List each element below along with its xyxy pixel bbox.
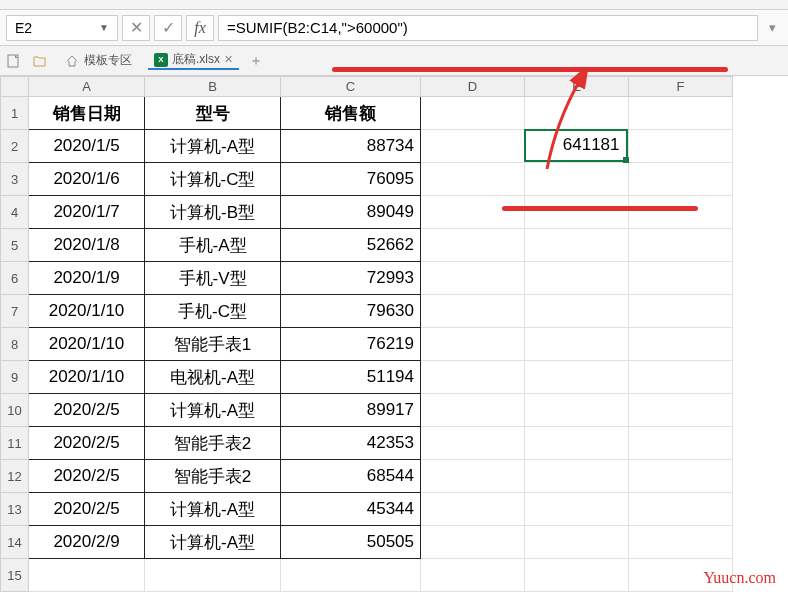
cell-F11[interactable] [629, 427, 733, 460]
cell-D14[interactable] [421, 526, 525, 559]
cell-A4[interactable]: 2020/1/7 [29, 196, 145, 229]
cancel-button[interactable]: ✕ [122, 15, 150, 41]
row-header-8[interactable]: 8 [1, 328, 29, 361]
cell-A10[interactable]: 2020/2/5 [29, 394, 145, 427]
cell-F14[interactable] [629, 526, 733, 559]
cell-F7[interactable] [629, 295, 733, 328]
cell-B14[interactable]: 计算机-A型 [145, 526, 281, 559]
cell-F4[interactable] [629, 196, 733, 229]
row-header-2[interactable]: 2 [1, 130, 29, 163]
cell-C11[interactable]: 42353 [281, 427, 421, 460]
row-header-13[interactable]: 13 [1, 493, 29, 526]
cell-A8[interactable]: 2020/1/10 [29, 328, 145, 361]
cell-E10[interactable] [525, 394, 629, 427]
cell-E1[interactable] [525, 97, 629, 130]
row-header-12[interactable]: 12 [1, 460, 29, 493]
cell-D5[interactable] [421, 229, 525, 262]
cell-A12[interactable]: 2020/2/5 [29, 460, 145, 493]
cell-C9[interactable]: 51194 [281, 361, 421, 394]
cell-C6[interactable]: 72993 [281, 262, 421, 295]
cell-C2[interactable]: 88734 [281, 130, 421, 163]
cell-D6[interactable] [421, 262, 525, 295]
cell-F10[interactable] [629, 394, 733, 427]
cell-D1[interactable] [421, 97, 525, 130]
active-cell[interactable]: 641181 [524, 129, 628, 162]
cell-C5[interactable]: 52662 [281, 229, 421, 262]
cell-C1[interactable]: 销售额 [281, 97, 421, 130]
cell-E3[interactable] [525, 163, 629, 196]
col-header-F[interactable]: F [629, 77, 733, 97]
row-header-11[interactable]: 11 [1, 427, 29, 460]
col-header-C[interactable]: C [281, 77, 421, 97]
cell-D7[interactable] [421, 295, 525, 328]
cell-E7[interactable] [525, 295, 629, 328]
row-header-9[interactable]: 9 [1, 361, 29, 394]
cell-A3[interactable]: 2020/1/6 [29, 163, 145, 196]
cell-F9[interactable] [629, 361, 733, 394]
confirm-button[interactable]: ✓ [154, 15, 182, 41]
cell-F5[interactable] [629, 229, 733, 262]
cell-E15[interactable] [525, 559, 629, 592]
col-header-A[interactable]: A [29, 77, 145, 97]
cell-B13[interactable]: 计算机-A型 [145, 493, 281, 526]
cell-D15[interactable] [421, 559, 525, 592]
cell-C8[interactable]: 76219 [281, 328, 421, 361]
cell-B10[interactable]: 计算机-A型 [145, 394, 281, 427]
col-header-B[interactable]: B [145, 77, 281, 97]
cell-E13[interactable] [525, 493, 629, 526]
row-header-5[interactable]: 5 [1, 229, 29, 262]
cell-A7[interactable]: 2020/1/10 [29, 295, 145, 328]
cell-C13[interactable]: 45344 [281, 493, 421, 526]
row-header-4[interactable]: 4 [1, 196, 29, 229]
cell-A15[interactable] [29, 559, 145, 592]
cell-A2[interactable]: 2020/1/5 [29, 130, 145, 163]
cell-B9[interactable]: 电视机-A型 [145, 361, 281, 394]
row-header-14[interactable]: 14 [1, 526, 29, 559]
dropdown-icon[interactable]: ▼ [99, 22, 109, 33]
cell-B2[interactable]: 计算机-A型 [145, 130, 281, 163]
row-header-7[interactable]: 7 [1, 295, 29, 328]
close-icon[interactable]: ✕ [224, 53, 233, 66]
cell-B6[interactable]: 手机-V型 [145, 262, 281, 295]
expand-formula-icon[interactable]: ▾ [762, 20, 782, 35]
cell-C15[interactable] [281, 559, 421, 592]
cell-D4[interactable] [421, 196, 525, 229]
cell-C3[interactable]: 76095 [281, 163, 421, 196]
open-folder-icon[interactable] [32, 53, 48, 69]
cell-F6[interactable] [629, 262, 733, 295]
col-header-E[interactable]: E [525, 77, 629, 97]
cell-E12[interactable] [525, 460, 629, 493]
fill-handle[interactable] [623, 157, 629, 163]
new-file-icon[interactable] [6, 53, 22, 69]
col-header-D[interactable]: D [421, 77, 525, 97]
cell-B8[interactable]: 智能手表1 [145, 328, 281, 361]
name-box[interactable]: E2 ▼ [6, 15, 118, 41]
cell-F3[interactable] [629, 163, 733, 196]
cell-A5[interactable]: 2020/1/8 [29, 229, 145, 262]
cell-B1[interactable]: 型号 [145, 97, 281, 130]
cell-C7[interactable]: 79630 [281, 295, 421, 328]
cell-C12[interactable]: 68544 [281, 460, 421, 493]
cell-A11[interactable]: 2020/2/5 [29, 427, 145, 460]
cell-A14[interactable]: 2020/2/9 [29, 526, 145, 559]
cell-D8[interactable] [421, 328, 525, 361]
cell-B5[interactable]: 手机-A型 [145, 229, 281, 262]
fx-button[interactable]: fx [186, 15, 214, 41]
tab-template[interactable]: 模板专区 [58, 52, 138, 69]
row-header-15[interactable]: 15 [1, 559, 29, 592]
cell-D3[interactable] [421, 163, 525, 196]
cell-B7[interactable]: 手机-C型 [145, 295, 281, 328]
cell-E11[interactable] [525, 427, 629, 460]
formula-input[interactable]: =SUMIF(B2:C14,">60000") [218, 15, 758, 41]
add-tab-icon[interactable]: ＋ [249, 52, 263, 70]
cell-F8[interactable] [629, 328, 733, 361]
cell-F13[interactable] [629, 493, 733, 526]
cell-F1[interactable] [629, 97, 733, 130]
row-header-10[interactable]: 10 [1, 394, 29, 427]
cell-E14[interactable] [525, 526, 629, 559]
cell-E6[interactable] [525, 262, 629, 295]
cell-B12[interactable]: 智能手表2 [145, 460, 281, 493]
row-header-6[interactable]: 6 [1, 262, 29, 295]
cell-E5[interactable] [525, 229, 629, 262]
cell-C10[interactable]: 89917 [281, 394, 421, 427]
